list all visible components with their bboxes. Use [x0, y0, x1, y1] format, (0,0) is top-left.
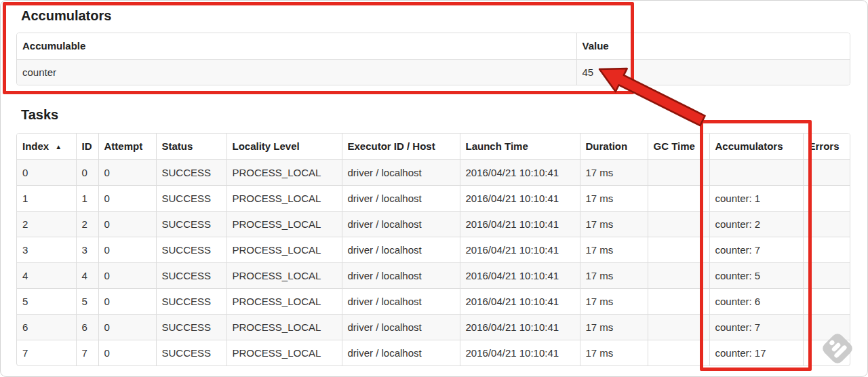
- cell: 17 ms: [580, 211, 648, 237]
- accumulators-table: Accumulable Value counter 45: [16, 33, 850, 85]
- cell: PROCESS_LOCAL: [226, 159, 342, 185]
- cell: 4: [17, 262, 76, 288]
- cell: 7: [17, 340, 76, 365]
- cell: driver / localhost: [342, 262, 460, 288]
- cell: SUCCESS: [156, 288, 226, 314]
- column-header-launch-time[interactable]: Launch Time: [460, 134, 580, 159]
- cell: 2: [17, 211, 76, 237]
- cell: 2016/04/21 10:10:41: [460, 237, 580, 262]
- column-header-accumulable: Accumulable: [17, 33, 576, 59]
- table-row: 1 1 0 SUCCESS PROCESS_LOCAL driver / loc…: [17, 185, 850, 211]
- cell: driver / localhost: [342, 237, 460, 262]
- cell: PROCESS_LOCAL: [226, 314, 342, 340]
- column-header-executor-id-host[interactable]: Executor ID / Host: [342, 134, 460, 159]
- cell: counter: 17: [709, 340, 803, 365]
- cell: SUCCESS: [156, 211, 226, 237]
- cell: SUCCESS: [156, 314, 226, 340]
- cell: [648, 314, 709, 340]
- column-header-index-label: Index: [22, 140, 49, 152]
- cell: [648, 159, 709, 185]
- cell-value: 45: [576, 59, 850, 85]
- cell: PROCESS_LOCAL: [226, 340, 342, 365]
- cell: [648, 211, 709, 237]
- column-header-value: Value: [576, 33, 850, 59]
- cell: 0: [98, 262, 156, 288]
- cell: 1: [17, 185, 76, 211]
- cell: counter: 6: [709, 288, 803, 314]
- cell: SUCCESS: [156, 237, 226, 262]
- cell: 0: [98, 288, 156, 314]
- cell: 4: [76, 262, 98, 288]
- cell: 0: [98, 211, 156, 237]
- column-header-accumulators[interactable]: Accumulators: [709, 134, 803, 159]
- cell: 0: [98, 159, 156, 185]
- cell: [803, 288, 850, 314]
- cell: 5: [17, 288, 76, 314]
- cell: 2016/04/21 10:10:41: [460, 288, 580, 314]
- table-header-row: Accumulable Value: [17, 33, 850, 59]
- cell: 0: [98, 314, 156, 340]
- cell: 17 ms: [580, 262, 648, 288]
- cell: driver / localhost: [342, 211, 460, 237]
- column-header-duration[interactable]: Duration: [580, 134, 648, 159]
- cell: [803, 185, 850, 211]
- cell: 0: [98, 340, 156, 365]
- cell: 1: [76, 185, 98, 211]
- table-row: 4 4 0 SUCCESS PROCESS_LOCAL driver / loc…: [17, 262, 850, 288]
- cell: 3: [17, 237, 76, 262]
- cell: driver / localhost: [342, 159, 460, 185]
- cell: [648, 237, 709, 262]
- cell: [648, 288, 709, 314]
- cell: 2016/04/21 10:10:41: [460, 314, 580, 340]
- cell: SUCCESS: [156, 159, 226, 185]
- cell: 17 ms: [580, 288, 648, 314]
- cell: PROCESS_LOCAL: [226, 211, 342, 237]
- cell: 17 ms: [580, 237, 648, 262]
- cell: [648, 340, 709, 365]
- cell: 17 ms: [580, 340, 648, 365]
- cell: 2016/04/21 10:10:41: [460, 211, 580, 237]
- cell: 0: [98, 185, 156, 211]
- cell: driver / localhost: [342, 185, 460, 211]
- cell: 2016/04/21 10:10:41: [460, 262, 580, 288]
- cell: PROCESS_LOCAL: [226, 237, 342, 262]
- cell: 0: [17, 159, 76, 185]
- cell: 2016/04/21 10:10:41: [460, 340, 580, 365]
- cell: 2016/04/21 10:10:41: [460, 159, 580, 185]
- cell: 2016/04/21 10:10:41: [460, 185, 580, 211]
- column-header-attempt[interactable]: Attempt: [98, 134, 156, 159]
- cell: [803, 237, 850, 262]
- table-row: counter 45: [17, 59, 850, 85]
- cell: [803, 262, 850, 288]
- cell: SUCCESS: [156, 262, 226, 288]
- column-header-index[interactable]: Index▲: [17, 134, 76, 159]
- table-header-row: Index▲ ID Attempt Status Locality Level …: [17, 134, 850, 159]
- cell: 17 ms: [580, 314, 648, 340]
- table-row: 3 3 0 SUCCESS PROCESS_LOCAL driver / loc…: [17, 237, 850, 262]
- column-header-id[interactable]: ID: [76, 134, 98, 159]
- table-row: 0 0 0 SUCCESS PROCESS_LOCAL driver / loc…: [17, 159, 850, 185]
- cell: [709, 159, 803, 185]
- cell: counter: 1: [709, 185, 803, 211]
- column-header-locality-level[interactable]: Locality Level: [226, 134, 342, 159]
- cell: driver / localhost: [342, 314, 460, 340]
- table-row: 7 7 0 SUCCESS PROCESS_LOCAL driver / loc…: [17, 340, 850, 365]
- sort-asc-icon: ▲: [55, 143, 62, 151]
- cell: counter: 7: [709, 314, 803, 340]
- column-header-gc-time[interactable]: GC Time: [648, 134, 709, 159]
- table-row: 5 5 0 SUCCESS PROCESS_LOCAL driver / loc…: [17, 288, 850, 314]
- cell: driver / localhost: [342, 340, 460, 365]
- skitch-watermark-icon: [818, 330, 856, 368]
- column-header-status[interactable]: Status: [156, 134, 226, 159]
- cell: 5: [76, 288, 98, 314]
- column-header-errors[interactable]: Errors: [803, 134, 850, 159]
- cell: [648, 262, 709, 288]
- cell: SUCCESS: [156, 185, 226, 211]
- cell: 2: [76, 211, 98, 237]
- cell: [648, 185, 709, 211]
- cell: PROCESS_LOCAL: [226, 185, 342, 211]
- table-row: 2 2 0 SUCCESS PROCESS_LOCAL driver / loc…: [17, 211, 850, 237]
- cell: 0: [98, 237, 156, 262]
- cell: [803, 211, 850, 237]
- cell: 0: [76, 159, 98, 185]
